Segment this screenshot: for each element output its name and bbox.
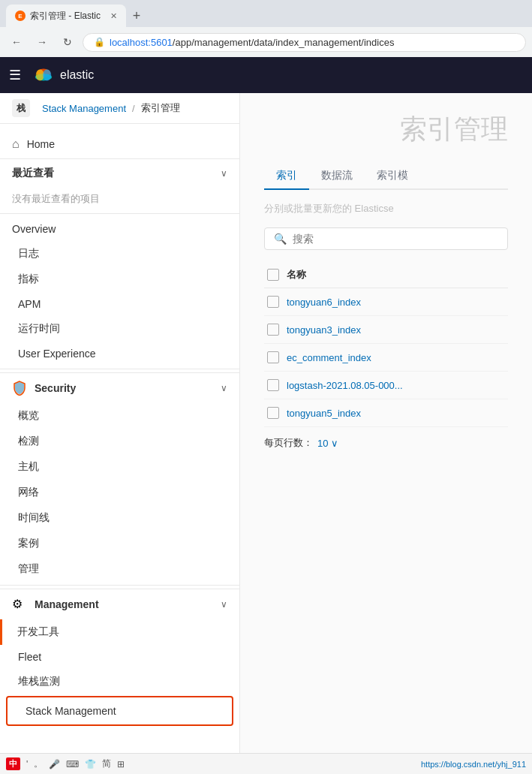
recent-section-title: 最近查看 <box>12 167 54 180</box>
index-name-link[interactable]: logstash-2021.08.05-000... <box>287 380 403 391</box>
new-tab-button[interactable]: + <box>126 5 147 26</box>
search-icon: 🔍 <box>274 233 287 245</box>
lock-icon: 🔒 <box>94 37 105 47</box>
elastic-logo: elastic <box>33 65 94 86</box>
select-all-checkbox[interactable] <box>267 269 279 281</box>
elastic-logo-icon <box>33 65 54 86</box>
active-tab[interactable]: E 索引管理 - Elastic ✕ <box>6 5 126 27</box>
table-row: ec_comment_index <box>264 344 508 372</box>
breadcrumb-parent-link[interactable]: Stack Management <box>42 103 126 114</box>
status-bar: 中 ' 。 🎤 ⌨ 👕 简 ⊞ https://blog.csdn.net/yh… <box>0 753 532 774</box>
forward-button[interactable]: → <box>32 32 53 53</box>
nav-home[interactable]: ⌂ Home <box>0 130 239 158</box>
home-icon: ⌂ <box>12 137 20 151</box>
sidebar-item-user-experience[interactable]: User Experience <box>0 342 239 366</box>
tab-close-button[interactable]: ✕ <box>110 11 117 21</box>
search-input[interactable] <box>293 233 498 245</box>
elastic-logo-text: elastic <box>60 68 94 82</box>
browser-chrome: E 索引管理 - Elastic ✕ + ← → ↻ 🔒 localhost:5… <box>0 0 532 57</box>
sidebar-item-uptime[interactable]: 运行时间 <box>0 316 239 342</box>
back-button[interactable]: ← <box>6 32 27 53</box>
status-icon-mic: 🎤 <box>49 759 60 769</box>
status-icon-grid: ⊞ <box>117 759 125 769</box>
status-icon-keyboard: ⌨ <box>66 759 79 769</box>
recent-section-header[interactable]: 最近查看 ∨ <box>0 158 239 188</box>
sidebar-item-fleet[interactable]: Fleet <box>0 645 239 669</box>
tab-indices[interactable]: 索引 <box>264 163 309 190</box>
app-container: ☰ elastic 栈 Stack Management / 索 <box>0 57 532 774</box>
sidebar-item-stack-monitoring[interactable]: 堆栈监测 <box>0 669 239 694</box>
index-name-link[interactable]: tongyuan5_index <box>287 408 361 419</box>
row-checkbox[interactable] <box>267 296 279 308</box>
nav-bar: ← → ↻ 🔒 localhost:5601/app/management/da… <box>0 27 532 57</box>
index-name-link[interactable]: tongyuan6_index <box>287 297 361 308</box>
nav-divider-2 <box>0 369 239 369</box>
row-checkbox[interactable] <box>267 324 279 336</box>
per-page-select[interactable]: 10 ∨ <box>317 438 338 449</box>
status-icon-quote: ' <box>26 759 28 769</box>
security-section-title: Security <box>35 382 76 394</box>
sidebar-item-security-hosts[interactable]: 主机 <box>0 454 239 480</box>
status-icon-period: 。 <box>34 757 43 770</box>
sidebar-item-security-admin[interactable]: 管理 <box>0 556 239 582</box>
address-bar[interactable]: 🔒 localhost:5601/app/management/data/ind… <box>83 33 526 52</box>
pagination: 每页行数： 10 ∨ <box>264 436 508 450</box>
breadcrumb: 栈 Stack Management / 索引管理 <box>0 93 239 124</box>
sidebar-navigation: ⌂ Home 最近查看 ∨ 没有最近查看的项目 Overview 日志 <box>0 124 239 733</box>
sidebar-item-security-timeline[interactable]: 时间线 <box>0 505 239 531</box>
nav-divider-3 <box>0 585 239 586</box>
top-bar: ☰ elastic <box>0 57 532 93</box>
tab-data-streams[interactable]: 数据流 <box>309 163 365 190</box>
sidebar-item-security-cases[interactable]: 案例 <box>0 531 239 556</box>
sidebar-item-apm[interactable]: APM <box>0 292 239 316</box>
page-title: 索引管理 <box>264 111 508 148</box>
svg-point-3 <box>43 70 51 81</box>
security-chevron-icon: ∨ <box>221 383 227 393</box>
security-section-title-group: Security <box>12 381 76 396</box>
tab-favicon: E <box>15 11 26 21</box>
home-label: Home <box>27 138 55 150</box>
management-title-group: ⚙ Management <box>12 597 99 612</box>
management-chevron-icon: ∨ <box>221 599 227 610</box>
shield-icon <box>12 381 27 396</box>
status-icon-simple: 简 <box>102 757 111 770</box>
table-row: tongyuan3_index <box>264 316 508 344</box>
reload-button[interactable]: ↻ <box>57 32 78 53</box>
sidebar: 栈 Stack Management / 索引管理 ⌂ Home 最近查看 ∨ <box>0 93 240 753</box>
table-row: tongyuan6_index <box>264 288 508 316</box>
sidebar-item-security-detections[interactable]: 检测 <box>0 429 239 454</box>
column-name-header: 名称 <box>287 268 306 282</box>
index-name-link[interactable]: tongyuan3_index <box>287 324 361 336</box>
management-section-header[interactable]: ⚙ Management ∨ <box>0 589 239 619</box>
tab-index-templates[interactable]: 索引模 <box>365 163 420 190</box>
sidebar-item-overview[interactable]: Overview <box>0 217 239 241</box>
per-page-chevron-icon: ∨ <box>331 438 338 449</box>
sidebar-item-logs[interactable]: 日志 <box>0 241 239 267</box>
recent-empty-message: 没有最近查看的项目 <box>0 188 239 210</box>
tabs-bar: 索引 数据流 索引模 <box>264 163 508 190</box>
sidebar-item-devtools[interactable]: 开发工具 <box>0 619 239 645</box>
index-name-link[interactable]: ec_comment_index <box>287 352 371 363</box>
row-checkbox[interactable] <box>267 407 279 419</box>
recent-chevron-icon: ∨ <box>221 168 227 179</box>
sidebar-item-metrics[interactable]: 指标 <box>0 267 239 292</box>
row-checkbox[interactable] <box>267 379 279 391</box>
sidebar-item-security-network[interactable]: 网络 <box>0 480 239 505</box>
row-checkbox[interactable] <box>267 351 279 363</box>
nav-divider-1 <box>0 213 239 214</box>
table-row: logstash-2021.08.05-000... <box>264 372 508 399</box>
sidebar-item-security-overview[interactable]: 概览 <box>0 403 239 429</box>
breadcrumb-current: 索引管理 <box>141 101 180 115</box>
status-url: https://blog.csdn.net/yhj_911 <box>421 760 526 769</box>
sidebar-item-stack-management[interactable]: Stack Management <box>6 696 233 726</box>
page-description: 分别或批量更新您的 Elasticse <box>264 202 508 215</box>
rows-per-page-label: 每页行数： <box>264 436 313 450</box>
hamburger-menu[interactable]: ☰ <box>9 67 21 83</box>
table-header: 名称 <box>264 262 508 288</box>
per-page-value: 10 <box>317 438 328 449</box>
search-bar[interactable]: 🔍 <box>264 227 508 250</box>
main-layout: 栈 Stack Management / 索引管理 ⌂ Home 最近查看 ∨ <box>0 93 532 753</box>
gear-icon: ⚙ <box>12 597 27 612</box>
ime-indicator: 中 <box>6 757 20 770</box>
security-section-header[interactable]: Security ∨ <box>0 372 239 403</box>
